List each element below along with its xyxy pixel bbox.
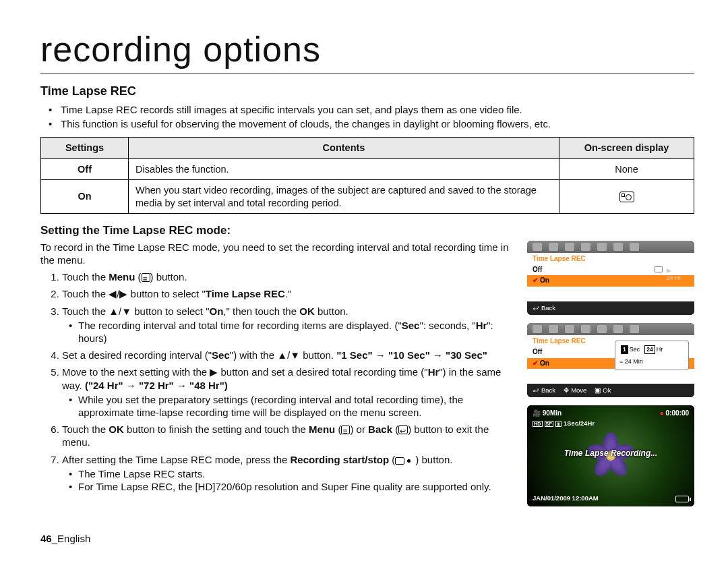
t: Sec	[402, 320, 420, 331]
t: Back	[541, 304, 555, 312]
subhead: Setting the Time Lapse REC mode:	[40, 223, 694, 238]
t: 24 Hr	[666, 274, 681, 281]
lcd-bottom-bar: ⮐ Back ✥ Move ▣ Ok	[527, 384, 694, 397]
t: Move to the next setting with the ▶ butt…	[62, 366, 428, 378]
t: Back	[368, 424, 392, 435]
t: "1 Sec" → "10 Sec" → "30 Sec"	[336, 349, 487, 361]
title-rule	[40, 74, 694, 74]
time-lapse-icon	[619, 192, 634, 202]
t: 0:00:00	[666, 409, 689, 417]
t: 90Min	[543, 409, 562, 417]
lcd-live-screenshot: 🎥 90Min ● 0:00:00 HD SF ⧗ 1Sec/24Hr Time…	[527, 405, 694, 506]
menu-icon	[142, 273, 150, 282]
t: ▶	[667, 267, 671, 274]
lcd-top-info: 🎥 90Min ● 0:00:00	[533, 409, 689, 418]
lcd-banner: Time Lapse Recording...	[527, 448, 694, 459]
lcd-popup-result: = 24 Min	[619, 358, 684, 366]
lcd-title: Time Lapse REC	[527, 253, 694, 264]
section-bullet: Time Lapse REC records still images at s…	[53, 103, 694, 116]
page-number: 46	[40, 533, 52, 544]
step: Touch the Menu () button.	[62, 270, 515, 283]
lcd-tab-bar	[527, 241, 694, 253]
cell-osd: None	[559, 158, 694, 180]
record-icon	[395, 457, 404, 465]
t: button.	[154, 271, 187, 283]
t: Hr	[657, 346, 663, 353]
t: Sec	[630, 346, 640, 353]
substep: While you set the preparatory settings (…	[70, 393, 515, 419]
t: button to finish the setting and touch t…	[124, 424, 309, 435]
table-row: On When you start video recording, image…	[41, 180, 694, 214]
menu-icon	[341, 426, 350, 434]
step: Move to the next setting with the ▶ butt…	[62, 366, 515, 419]
intro-text: To record in the Time Lapse REC mode, yo…	[40, 241, 515, 266]
th-osd: On-screen display	[559, 137, 694, 158]
lcd-popup: 1Sec 24Hr = 24 Min	[615, 341, 689, 370]
substep: The Time Lapse REC starts.	[70, 467, 515, 480]
lcd-menu-screenshot-2: Time Lapse REC Off ✔On 1Sec 24Hr = 24 Mi…	[527, 323, 694, 397]
t: Menu	[109, 271, 135, 283]
t: Ok	[603, 386, 611, 395]
step: After setting the Time Lapse REC mode, p…	[62, 453, 515, 494]
t: ": seconds, "	[419, 320, 475, 331]
t: Sec	[212, 349, 230, 361]
t: Back	[541, 386, 555, 395]
lcd-bottom-bar: ⮐ Back	[527, 301, 694, 315]
cell-content: Disables the function.	[129, 158, 559, 180]
t: button.	[419, 454, 452, 465]
t: After setting the Time Lapse REC mode, p…	[62, 454, 291, 465]
page-title: recording options	[40, 27, 694, 72]
t: or	[353, 424, 368, 435]
t: OK	[109, 424, 124, 435]
cell-content: When you start video recording, images o…	[129, 180, 559, 214]
lcd-menu-screenshot-1: Time Lapse REC Off ✔On ▶ 1 Sec 24 Hr ⮐ B…	[527, 241, 694, 315]
substep: For Time Lapse REC, the [HD]720/60p reso…	[70, 480, 515, 493]
step: Touch the ▲/▼ button to select "On," the…	[62, 305, 515, 345]
t: On	[540, 276, 549, 284]
lcd-back: ⮐ Back	[533, 386, 555, 395]
time-lapse-mini-icon	[655, 266, 663, 272]
section-bullet: This function is useful for observing th…	[53, 117, 694, 130]
t: ."	[285, 288, 292, 299]
back-icon	[398, 425, 408, 434]
step: Touch the OK button to finish the settin…	[62, 423, 515, 448]
th-settings: Settings	[41, 137, 129, 158]
t: Touch the	[62, 271, 109, 283]
substep: The recording interval and total time fo…	[70, 319, 515, 345]
steps-list: Touch the Menu () button. Touch the ◀/▶ …	[40, 270, 515, 493]
battery-icon	[675, 496, 689, 502]
t: ") with the ▲/▼ button.	[230, 349, 336, 361]
table-row: Off Disables the function. None	[41, 158, 694, 180]
t: Menu	[309, 424, 335, 435]
page-lang: English	[57, 533, 90, 544]
section-heading: Time Lapse REC	[40, 84, 694, 99]
t: ," then touch the	[223, 305, 299, 317]
t: 1Sec/24Hr	[564, 420, 595, 427]
t: Touch the ▲/▼ button to select "	[62, 305, 209, 317]
step: Touch the ◀/▶ button to select "Time Lap…	[62, 287, 515, 300]
lcd-tab-bar	[527, 323, 694, 335]
cell-osd-icon	[559, 180, 694, 214]
section-bullets: Time Lapse REC records still images at s…	[40, 103, 694, 130]
t: Recording start/stop	[291, 454, 390, 465]
t: On	[209, 305, 223, 317]
t: Set a desired recording interval ("	[62, 349, 212, 361]
lcd-ok: ▣ Ok	[595, 386, 611, 395]
t: Touch the ◀/▶ button to select "	[62, 288, 206, 299]
lcd-datetime: JAN/01/2009 12:00AM	[533, 494, 599, 502]
t: OK	[299, 305, 315, 317]
t: 1 Sec	[673, 267, 689, 274]
cell-setting: Off	[41, 158, 129, 180]
t: button.	[315, 305, 348, 317]
t: Time Lapse REC	[206, 288, 285, 299]
t: Move	[571, 386, 586, 395]
t: Hr	[476, 320, 487, 331]
t: The recording interval and total time fo…	[78, 320, 402, 331]
lcd-move: ✥ Move	[564, 386, 586, 395]
step: Set a desired recording interval ("Sec")…	[62, 349, 515, 361]
th-contents: Contents	[129, 137, 559, 158]
page-footer: 46_English	[40, 532, 694, 545]
cell-setting: On	[41, 180, 129, 214]
t: Hr	[428, 366, 439, 378]
settings-table: Settings Contents On-screen display Off …	[40, 137, 694, 214]
